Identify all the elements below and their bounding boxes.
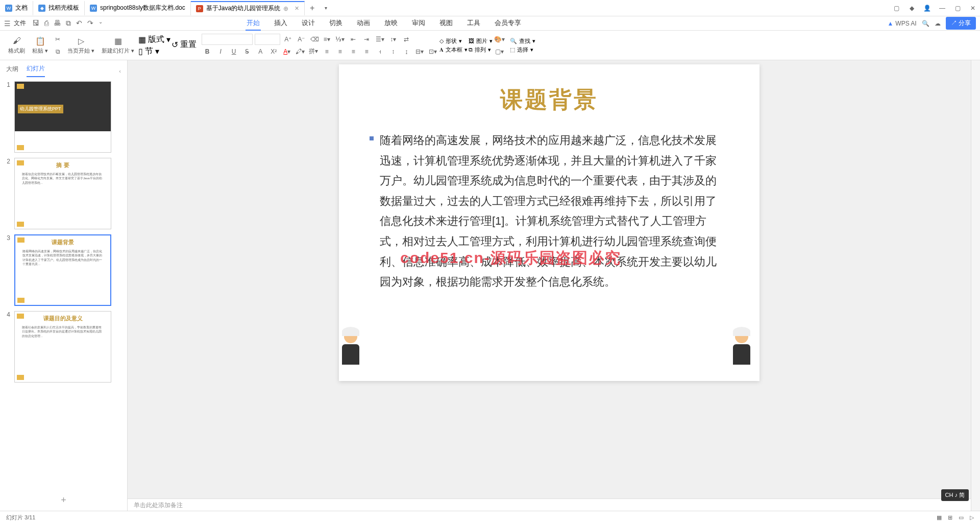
- avatar-icon[interactable]: 👤: [920, 1, 934, 15]
- cloud-icon[interactable]: ☁: [935, 20, 941, 27]
- strikethrough-icon[interactable]: S̶: [241, 46, 253, 57]
- decrease-font-icon[interactable]: A⁻: [296, 34, 307, 45]
- highlight-icon[interactable]: 🖍▾: [295, 46, 306, 57]
- tab-design[interactable]: 设计: [301, 16, 316, 31]
- textbox-button[interactable]: 𝐀 文本框 ▾: [439, 46, 468, 54]
- apps-icon[interactable]: ◆: [904, 1, 919, 15]
- tab-view[interactable]: 视图: [438, 16, 454, 31]
- tab-doc[interactable]: W 文档: [0, 1, 33, 15]
- slide-canvas[interactable]: 课题背景 随着网络的高速发展，网络技术的应用越来越广泛，信息化技术发展迅速，计算…: [339, 64, 760, 381]
- italic-icon[interactable]: I: [215, 46, 226, 57]
- bold-icon[interactable]: B: [202, 46, 213, 57]
- file-menu[interactable]: 文件: [14, 19, 26, 28]
- view-reading-icon[interactable]: ▭: [959, 514, 964, 521]
- tab-member[interactable]: 会员专享: [494, 16, 522, 31]
- export-icon[interactable]: ⎙: [44, 19, 48, 28]
- print-icon[interactable]: 🖶: [54, 19, 61, 28]
- convert-icon[interactable]: ⇄: [401, 34, 412, 45]
- slide-body[interactable]: 随着网络的高速发展，网络技术的应用越来越广泛，信息化技术发展迅速，计算机管理系统…: [364, 130, 734, 292]
- tab-home[interactable]: 开始: [246, 16, 261, 31]
- tab-ppt[interactable]: P 基于Java的幼儿园管理系统 ⊕ ✕: [191, 1, 305, 15]
- picture-button[interactable]: 🖼 图片 ▾: [469, 37, 493, 45]
- redo-icon[interactable]: ↷: [87, 19, 93, 28]
- close-button[interactable]: ✕: [966, 1, 980, 15]
- add-slide-button[interactable]: +: [0, 490, 127, 511]
- format-painter-group[interactable]: 🖌 格式刷: [5, 36, 28, 55]
- hamburger-icon[interactable]: ☰: [4, 19, 11, 28]
- close-icon[interactable]: ✕: [295, 5, 299, 12]
- superscript-icon[interactable]: X²: [268, 46, 279, 57]
- collapse-icon[interactable]: ‹: [119, 68, 121, 74]
- arrange-button[interactable]: ⧉ 排列 ▾: [469, 46, 493, 54]
- layout-button[interactable]: ▦ 版式 ▾: [138, 34, 170, 45]
- font-family-select[interactable]: [202, 34, 253, 45]
- save-icon[interactable]: 🖫: [32, 19, 39, 28]
- maximize-button[interactable]: ▢: [950, 1, 965, 15]
- columns-icon[interactable]: ☰▾: [374, 34, 385, 45]
- reset-button[interactable]: ↺ 重置: [172, 39, 197, 50]
- tab-tools[interactable]: 工具: [466, 16, 481, 31]
- tab-worddoc[interactable]: W springboot88sly数据库文档.doc: [85, 1, 191, 15]
- tab-insert[interactable]: 插入: [273, 16, 288, 31]
- decrease-indent-icon[interactable]: ⇤: [348, 34, 359, 45]
- view-sorter-icon[interactable]: ⊞: [948, 514, 952, 521]
- from-current-group[interactable]: ▷ 当页开始 ▾: [64, 36, 97, 55]
- shape-button[interactable]: ◇ 形状 ▾: [439, 37, 468, 45]
- new-tab-button[interactable]: +: [305, 4, 320, 13]
- view-normal-icon[interactable]: ▦: [937, 514, 942, 521]
- align-left-icon[interactable]: ≡: [321, 46, 332, 57]
- find-button[interactable]: 🔍 查找 ▾: [510, 37, 535, 45]
- tab-dropdown[interactable]: ▾: [320, 5, 332, 11]
- panel-tab-slides[interactable]: 幻灯片: [27, 64, 45, 77]
- minimize-button[interactable]: —: [935, 1, 949, 15]
- slide-thumb-3[interactable]: 课题背景 随着网络的高速发展，网络技术的应用越来越广泛，信息化技术发展迅速，计算…: [14, 234, 111, 306]
- qat-dropdown-icon[interactable]: ⌄: [99, 19, 103, 28]
- underline-icon[interactable]: U: [228, 46, 239, 57]
- tab-slideshow[interactable]: 放映: [383, 16, 399, 31]
- notes-pane[interactable]: 单击此处添加备注: [128, 498, 971, 511]
- spacing-icon[interactable]: ↨: [401, 46, 412, 57]
- undo-icon[interactable]: ↶: [76, 19, 82, 28]
- distribute-icon[interactable]: ⫞: [374, 46, 385, 57]
- tab-transition[interactable]: 切换: [328, 16, 344, 31]
- canvas-scroll[interactable]: 课题背景 随着网络的高速发展，网络技术的应用越来越广泛，信息化技术发展迅速，计算…: [128, 60, 971, 498]
- select-button[interactable]: ⬚ 选择 ▾: [510, 46, 535, 54]
- clear-format-icon[interactable]: ⌫: [309, 34, 320, 45]
- share-button[interactable]: ↗ 分享: [946, 17, 976, 30]
- increase-indent-icon[interactable]: ⇥: [361, 34, 372, 45]
- new-slide-group[interactable]: ▦ 新建幻灯片 ▾: [99, 36, 137, 55]
- section-button[interactable]: ▯ 节 ▾: [138, 46, 170, 57]
- align-right-icon[interactable]: ≡: [348, 46, 359, 57]
- bullets-icon[interactable]: ≡▾: [321, 34, 332, 45]
- shape-fill-icon[interactable]: 🎨▾: [494, 34, 505, 45]
- slide-thumb-2[interactable]: 摘 要 随着信息化管理技术的不断发展，幼儿园管理系统逐步向信息化、网络化方向发展…: [14, 158, 111, 229]
- wps-ai-button[interactable]: ▲ WPS AI: [887, 20, 916, 27]
- tab-review[interactable]: 审阅: [411, 16, 426, 31]
- align-center-icon[interactable]: ≡: [334, 46, 346, 57]
- tab-template[interactable]: ◆ 找稻壳模板: [33, 1, 85, 15]
- align-vertical-icon[interactable]: ⊟▾: [414, 46, 425, 57]
- paste-group[interactable]: 📋 粘贴 ▾: [29, 36, 51, 55]
- panel-tab-outline[interactable]: 大纲: [6, 65, 18, 77]
- slide-thumb-1[interactable]: 幼儿园管理系统PPT: [14, 81, 111, 153]
- phonetic-icon[interactable]: 拼▾: [308, 46, 319, 57]
- shadow-icon[interactable]: A: [255, 46, 266, 57]
- slide-title[interactable]: 课题背景: [364, 85, 734, 115]
- align-justify-icon[interactable]: ≡: [361, 46, 372, 57]
- numbering-icon[interactable]: ⅓▾: [334, 34, 346, 45]
- tab-animation[interactable]: 动画: [356, 16, 371, 31]
- increase-font-icon[interactable]: A⁺: [282, 34, 293, 45]
- shape-outline-icon[interactable]: ▢▾: [494, 46, 505, 57]
- search-icon[interactable]: 🔍: [922, 20, 929, 27]
- slide-thumb-4[interactable]: 课题目的及意义 随着社会的发展和人们生活水平的提高，学前教育的重要性日益突出。本…: [14, 311, 111, 383]
- window-tab-icon[interactable]: ▢: [889, 1, 903, 15]
- text-direction-icon[interactable]: ↕▾: [387, 34, 399, 45]
- cut-icon[interactable]: ✂: [52, 34, 63, 45]
- font-size-select[interactable]: [255, 34, 280, 45]
- smartlist-icon[interactable]: ⊡▾: [427, 46, 438, 57]
- preview-icon[interactable]: ⧉: [66, 19, 71, 28]
- copy-icon[interactable]: ⧉: [52, 46, 63, 57]
- line-spacing-icon[interactable]: ↕: [387, 46, 399, 57]
- view-slideshow-icon[interactable]: ▷: [970, 514, 974, 521]
- font-color-icon[interactable]: A▾: [281, 46, 292, 57]
